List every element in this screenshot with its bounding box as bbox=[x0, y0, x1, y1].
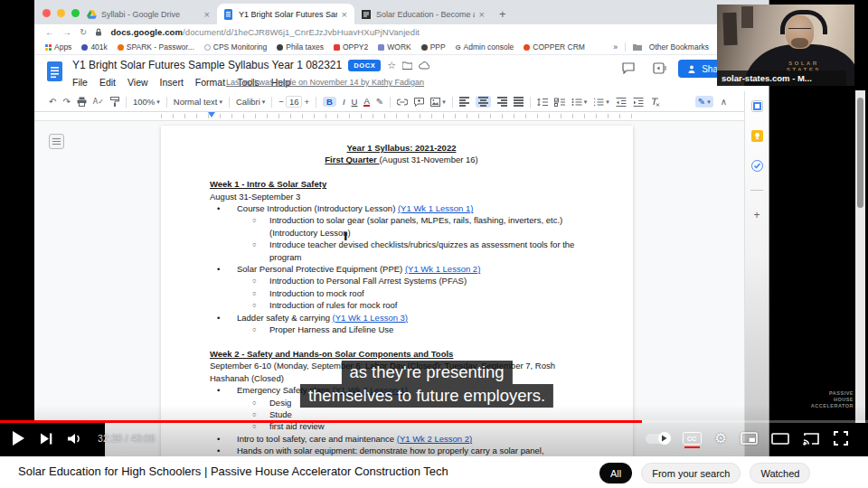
progress-bar[interactable] bbox=[0, 420, 868, 423]
url-field[interactable]: docs.google.com/document/d/1heCJR8W6j1_C… bbox=[110, 27, 420, 37]
text-color-button[interactable]: A bbox=[363, 97, 369, 107]
paragraph-style-select[interactable]: Normal text▾ bbox=[174, 97, 222, 107]
video-player[interactable]: Syllabi - Google Drive×Y1 Bright Solar F… bbox=[0, 0, 868, 456]
menu-format[interactable]: Format bbox=[195, 77, 225, 88]
decrease-indent-icon[interactable] bbox=[616, 98, 627, 107]
star-icon[interactable]: ☆ bbox=[387, 60, 396, 71]
document-title[interactable]: Y1 Bright Solar Futures Sample Syllabus … bbox=[72, 59, 342, 71]
print-icon[interactable] bbox=[77, 97, 87, 107]
chip-all[interactable]: All bbox=[599, 463, 632, 483]
minimize-window-icon[interactable] bbox=[57, 9, 65, 17]
close-window-icon[interactable] bbox=[42, 9, 51, 17]
scrollbar-thumb[interactable] bbox=[857, 98, 863, 208]
bookmark-item[interactable]: 401k bbox=[81, 42, 107, 52]
increase-indent-icon[interactable] bbox=[633, 98, 644, 107]
bold-button[interactable]: B bbox=[323, 97, 336, 107]
refresh-icon[interactable]: ↻ bbox=[80, 27, 87, 37]
play-icon[interactable] bbox=[13, 431, 25, 446]
editing-mode-select[interactable]: ✎ ▾ bbox=[695, 96, 713, 108]
highlight-icon[interactable]: ✎ bbox=[376, 97, 383, 107]
insert-image-select[interactable]: ▾ bbox=[430, 98, 446, 107]
font-select[interactable]: Calibri▾ bbox=[236, 97, 265, 107]
browser-tab[interactable]: Y1 Bright Solar Futures Sampl× bbox=[217, 4, 354, 24]
add-comment-icon[interactable] bbox=[414, 98, 424, 107]
add-panel-app-icon[interactable]: + bbox=[753, 209, 760, 221]
menu-insert[interactable]: Insert bbox=[160, 77, 184, 88]
menu-file[interactable]: File bbox=[72, 77, 88, 88]
cast-icon[interactable] bbox=[803, 432, 820, 446]
google-keep-icon[interactable] bbox=[751, 130, 763, 142]
collapse-toolbar-icon[interactable]: ∧ bbox=[721, 97, 727, 107]
tab-close-icon[interactable]: × bbox=[204, 10, 210, 19]
subtitles-button[interactable]: CC bbox=[683, 432, 702, 445]
cloud-saved-icon[interactable] bbox=[419, 61, 429, 70]
clear-formatting-icon[interactable] bbox=[650, 98, 660, 107]
bookmark-item[interactable]: PPP bbox=[421, 42, 446, 52]
move-folder-icon[interactable] bbox=[402, 61, 412, 70]
fullscreen-icon[interactable] bbox=[834, 431, 848, 446]
next-icon[interactable] bbox=[41, 433, 52, 445]
undo-icon[interactable]: ↶ bbox=[49, 97, 56, 107]
last-edit-link[interactable]: Last edit was made on November 14 by Kat… bbox=[226, 78, 424, 87]
decrease-font-icon[interactable]: − bbox=[278, 97, 284, 107]
bulleted-list-select[interactable]: ▾ bbox=[571, 98, 588, 107]
doc-link[interactable]: (Y1 Wk 1 Lesson 3) bbox=[333, 313, 408, 323]
bookmark-item[interactable]: SPARK - Passwor... bbox=[118, 42, 194, 52]
theater-mode-icon[interactable] bbox=[771, 433, 789, 445]
chip-from-your-search[interactable]: From your search bbox=[641, 463, 741, 483]
menu-edit[interactable]: Edit bbox=[99, 77, 116, 88]
present-icon[interactable] bbox=[653, 62, 667, 74]
zoom-select[interactable]: 100%▾ bbox=[133, 97, 160, 107]
bookmarks-chevron-icon[interactable]: » bbox=[613, 42, 618, 52]
miniplayer-icon[interactable] bbox=[741, 432, 758, 445]
italic-button[interactable]: I bbox=[343, 97, 345, 107]
page-scrollbar[interactable] bbox=[855, 90, 865, 423]
bookmark-item[interactable]: GAdmin console bbox=[456, 42, 514, 52]
maximize-window-icon[interactable] bbox=[71, 9, 80, 17]
spellcheck-icon[interactable]: A✓ bbox=[93, 98, 104, 106]
browser-tab[interactable]: Syllabi - Google Drive× bbox=[80, 4, 217, 24]
google-calendar-icon[interactable] bbox=[751, 100, 763, 112]
tab-close-icon[interactable]: × bbox=[342, 10, 347, 19]
progress-filled bbox=[0, 420, 642, 423]
align-center-icon[interactable] bbox=[476, 96, 491, 107]
bookmark-item[interactable]: COPPER CRM bbox=[524, 42, 585, 52]
tab-close-icon[interactable]: × bbox=[479, 10, 485, 19]
browser-tab[interactable]: Solar Education - Become a S× bbox=[354, 4, 492, 24]
align-left-icon[interactable] bbox=[459, 97, 469, 106]
doc-link[interactable]: (Y1 Wk 1 Lesson 1) bbox=[398, 203, 473, 213]
paint-format-icon[interactable] bbox=[110, 97, 119, 107]
bookmarks-bar: Apps401kSPARK - Passwor...CPS Monitoring… bbox=[34, 40, 769, 55]
settings-gear-icon[interactable]: ⚙ bbox=[715, 430, 727, 446]
doc-link[interactable]: (Y1 Wk 2 Lesson 2) bbox=[397, 434, 472, 444]
back-icon[interactable]: ← bbox=[45, 27, 54, 37]
google-tasks-icon[interactable] bbox=[751, 160, 763, 172]
volume-icon[interactable] bbox=[68, 433, 82, 445]
underline-button[interactable]: U bbox=[352, 97, 358, 107]
bookmark-item[interactable]: WORK bbox=[378, 42, 410, 52]
insert-link-icon[interactable] bbox=[397, 99, 408, 106]
forward-icon[interactable]: → bbox=[62, 27, 71, 37]
checklist-icon[interactable] bbox=[554, 98, 565, 107]
increase-font-icon[interactable]: + bbox=[304, 97, 309, 107]
bookmark-item[interactable]: Phila taxes bbox=[277, 42, 324, 52]
document-outline-icon[interactable] bbox=[49, 134, 64, 149]
autoplay-toggle[interactable] bbox=[646, 434, 669, 444]
new-tab-button[interactable]: + bbox=[499, 7, 506, 21]
chip-watched[interactable]: Watched bbox=[750, 463, 810, 483]
other-bookmarks[interactable]: Other Bookmarks bbox=[649, 42, 709, 52]
doc-link[interactable]: (Y1 Wk 1 Lesson 2) bbox=[405, 264, 480, 274]
align-right-icon[interactable] bbox=[497, 97, 507, 106]
align-justify-icon[interactable] bbox=[514, 97, 524, 106]
font-size-stepper[interactable]: − 16 + bbox=[278, 96, 309, 108]
bookmark-item[interactable]: CPS Monitoring bbox=[204, 42, 268, 52]
redo-icon[interactable]: ↷ bbox=[62, 97, 70, 107]
indent-marker[interactable] bbox=[208, 112, 215, 117]
numbered-list-select[interactable]: ▾ bbox=[593, 98, 609, 107]
line-spacing-icon[interactable] bbox=[537, 98, 548, 107]
menu-view[interactable]: View bbox=[127, 77, 148, 88]
window-controls[interactable] bbox=[42, 9, 80, 17]
bookmark-item[interactable]: Apps bbox=[45, 42, 71, 52]
comment-icon[interactable] bbox=[622, 62, 635, 74]
bookmark-item[interactable]: OPPY2 bbox=[334, 42, 368, 52]
